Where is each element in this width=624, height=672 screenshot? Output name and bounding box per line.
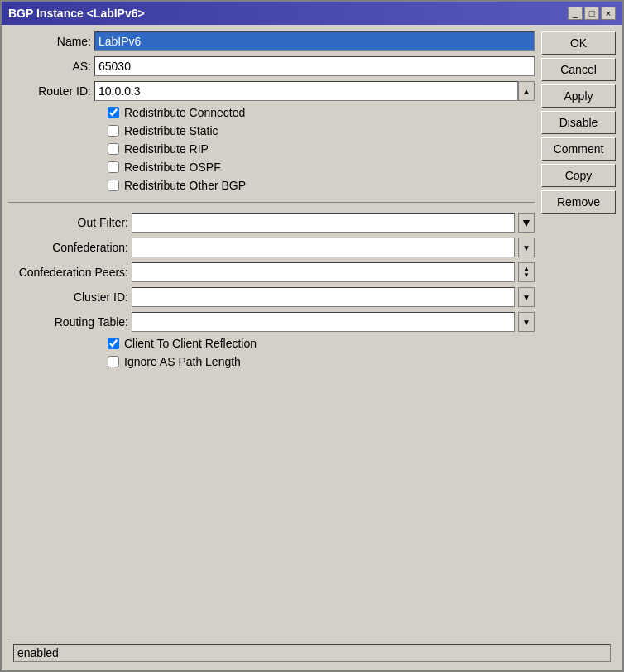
close-button[interactable]: × <box>601 7 616 20</box>
confederation-dropdown-button[interactable]: ▼ <box>518 238 535 257</box>
confederation-peers-label: Confederation Peers: <box>8 266 128 279</box>
redistribute-static-checkbox[interactable] <box>108 125 119 137</box>
bgp-instance-window: BGP Instance <LabIPv6> _ □ × Name: AS: <box>0 0 624 672</box>
confederation-row: Confederation: ▼ <box>8 238 535 257</box>
checkbox-client-reflection: Client To Client Reflection <box>8 337 535 350</box>
cancel-button[interactable]: Cancel <box>541 58 616 81</box>
checkbox-redistribute-other-bgp: Redistribute Other BGP <box>8 179 535 192</box>
redistribute-other-bgp-checkbox[interactable] <box>108 180 119 191</box>
checkbox-redistribute-connected: Redistribute Connected <box>8 106 535 119</box>
routing-table-input[interactable] <box>132 312 515 332</box>
routing-table-dropdown-button[interactable]: ▼ <box>518 312 535 332</box>
window-title: BGP Instance <LabIPv6> <box>8 7 145 20</box>
as-label: AS: <box>8 60 91 73</box>
routing-table-row: Routing Table: ▼ <box>8 312 535 332</box>
redistribute-ospf-checkbox[interactable] <box>108 161 119 173</box>
confederation-label: Confederation: <box>8 241 128 254</box>
confederation-input[interactable] <box>132 238 515 257</box>
ignore-as-path-checkbox[interactable] <box>108 356 119 367</box>
cluster-id-dropdown-button[interactable]: ▼ <box>518 287 535 307</box>
out-filter-label: Out Filter: <box>8 216 128 229</box>
out-filter-row: Out Filter: ▼ <box>8 213 535 233</box>
status-bar-inner: enabled <box>13 644 611 662</box>
redistribute-static-label: Redistribute Static <box>124 124 218 137</box>
redistribute-rip-label: Redistribute RIP <box>124 142 209 156</box>
out-filter-dropdown-button[interactable]: ▼ <box>518 213 535 233</box>
name-input[interactable] <box>94 31 535 51</box>
apply-button[interactable]: Apply <box>541 84 616 108</box>
separator <box>8 202 535 203</box>
status-bar: enabled <box>8 641 616 664</box>
redistribute-other-bgp-label: Redistribute Other BGP <box>124 179 246 192</box>
out-filter-input[interactable] <box>132 213 515 233</box>
router-id-wrapper: ▲ <box>94 81 535 101</box>
client-reflection-label: Client To Client Reflection <box>124 337 257 350</box>
router-id-row: Router ID: ▲ <box>8 81 535 101</box>
checkbox-redistribute-rip: Redistribute RIP <box>8 142 535 156</box>
confederation-peers-row: Confederation Peers: ▲▼ <box>8 262 535 282</box>
checkbox-redistribute-ospf: Redistribute OSPF <box>8 161 535 174</box>
redistribute-connected-label: Redistribute Connected <box>124 106 245 119</box>
maximize-button[interactable]: □ <box>584 7 599 20</box>
ignore-as-path-label: Ignore AS Path Length <box>124 355 241 368</box>
form-area: Name: AS: Router ID: ▲ <box>8 31 535 637</box>
client-reflection-checkbox[interactable] <box>108 338 119 349</box>
as-input[interactable] <box>94 56 535 76</box>
redistribute-connected-checkbox[interactable] <box>108 107 119 118</box>
cluster-id-input[interactable] <box>132 287 515 307</box>
main-content: Name: AS: Router ID: ▲ <box>8 31 616 637</box>
name-row: Name: <box>8 31 535 51</box>
router-id-label: Router ID: <box>8 84 91 98</box>
redistribute-ospf-label: Redistribute OSPF <box>124 161 221 174</box>
ok-button[interactable]: OK <box>541 31 616 55</box>
cluster-id-label: Cluster ID: <box>8 290 128 304</box>
minimize-button[interactable]: _ <box>568 7 583 20</box>
comment-button[interactable]: Comment <box>541 137 616 161</box>
as-row: AS: <box>8 56 535 76</box>
routing-table-label: Routing Table: <box>8 315 128 329</box>
router-id-up-button[interactable]: ▲ <box>518 81 535 101</box>
checkbox-redistribute-static: Redistribute Static <box>8 124 535 137</box>
window-body: Name: AS: Router ID: ▲ <box>2 25 622 670</box>
disable-button[interactable]: Disable <box>541 111 616 134</box>
remove-button[interactable]: Remove <box>541 190 616 214</box>
redistribute-rip-checkbox[interactable] <box>108 143 119 155</box>
router-id-input[interactable] <box>94 81 518 101</box>
name-label: Name: <box>8 35 91 48</box>
action-buttons-area: OK Cancel Apply Disable Comment Copy Rem… <box>541 31 616 637</box>
cluster-id-row: Cluster ID: ▼ <box>8 287 535 307</box>
confederation-peers-spinner-button[interactable]: ▲▼ <box>518 262 535 282</box>
status-text: enabled <box>17 646 59 660</box>
copy-button[interactable]: Copy <box>541 164 616 187</box>
confederation-peers-input[interactable] <box>132 262 515 282</box>
title-bar: BGP Instance <LabIPv6> _ □ × <box>2 2 622 25</box>
checkbox-ignore-as-path: Ignore AS Path Length <box>8 355 535 368</box>
window-controls: _ □ × <box>568 7 616 20</box>
